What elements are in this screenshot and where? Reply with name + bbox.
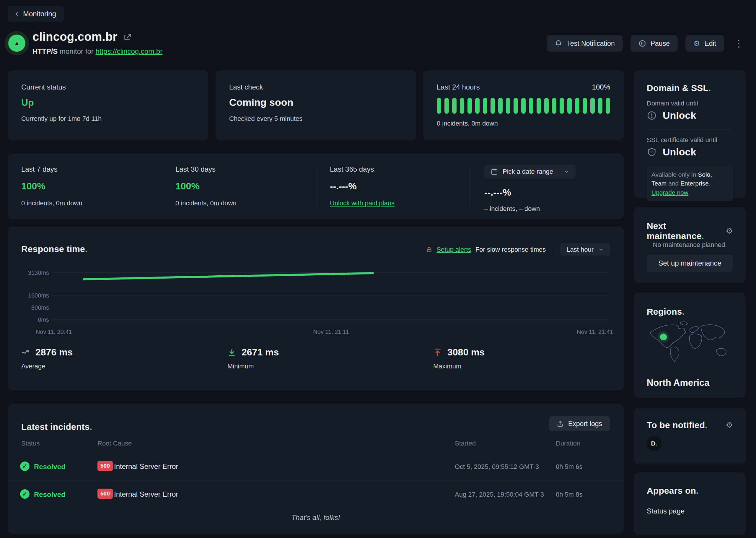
setup-maintenance-button[interactable]: Set up maintenance [647,255,733,272]
uptime-30d-label: Last 30 days [176,165,236,173]
external-link-icon[interactable] [124,33,132,41]
ytick-3130: 3130ms [18,269,49,276]
test-notification-button[interactable]: Test Notification [547,35,623,52]
chevron-left-icon: ‹ [15,9,18,18]
uptime-hour-bar [483,98,487,114]
status-code-badge: 500 [97,489,113,499]
maximum-icon [433,348,442,357]
unlock-paid-plans-link[interactable]: Unlock with paid plans [330,199,394,207]
uptime-365d-label: Last 365 days [330,165,394,173]
uptime-hour-bar [590,98,595,114]
shield-question-icon: ? [647,147,657,157]
col-started: Started [455,440,476,447]
world-map [647,319,733,363]
test-notification-label: Test Notification [567,40,615,48]
incident-started: Oct 5, 2025, 09:55:12 GMT-3 [455,463,539,471]
incident-started: Aug 27, 2025, 19:50:04 GMT-3 [455,491,544,498]
appears-on-card: Appears on. Status page [634,472,746,535]
uptime-30d-note: 0 incidents, 0m down [176,199,236,207]
average-icon [21,348,30,357]
last-check-value: Coming soon [229,97,293,108]
last-check-label: Last check [229,83,263,91]
back-to-monitoring-button[interactable]: ‹ Monitoring [8,6,64,22]
uptime-hour-bar [583,98,587,114]
date-range-picker[interactable]: Pick a date range [484,165,576,179]
incident-duration: 0h 5m 8s [556,491,583,498]
uptime-hour-bar [506,98,510,114]
uptime-7d-value: 100% [21,181,82,192]
lock-icon [426,246,432,253]
uptime-hour-bar [468,98,472,114]
uptime-hour-bar [498,98,503,114]
to-be-notified-card: To be notified. ⚙ D. [634,408,746,464]
resolved-check-icon: ✓ [20,461,29,471]
divider [647,129,733,130]
uptime-hour-bar [452,98,457,114]
chevron-down-icon [598,247,604,252]
response-time-card: Response time. Setup alerts For slow res… [8,226,624,391]
average-label: Average [21,362,73,370]
status-page-link[interactable]: Status page [647,507,733,515]
pause-label: Pause [651,40,670,48]
monitor-url-link[interactable]: https://clincog.com.br [95,47,162,55]
chevron-down-icon [564,169,569,175]
upgrade-now-link[interactable]: Upgrade now [651,189,688,196]
up-status-icon: ▲ [8,34,25,52]
response-line-series [84,273,373,280]
response-time-title: Response time. [21,244,88,254]
xtick-mid: Nov 11, 21:11 [313,329,349,335]
latest-incidents-card: Latest incidents. Export logs Status Roo… [8,404,624,534]
pause-button[interactable]: Pause [630,35,678,52]
uptime-hour-bar [552,98,556,114]
edit-label: Edit [704,40,716,48]
setup-alerts-link[interactable]: Setup alerts [436,246,471,253]
uptime-hour-bar [567,98,572,114]
uptime-hour-bar [444,98,449,114]
last-24-hours-card: Last 24 hours 100% 0 incidents, 0m down [423,70,624,141]
domain-ssl-card: Domain & SSL. Domain valid until Unlock … [634,70,746,198]
ssl-unlock[interactable]: ? Unlock [647,146,733,158]
uptime-hour-bar [514,98,518,114]
uptime-hour-bar [490,98,495,114]
notified-settings-gear-icon[interactable]: ⚙ [726,421,733,429]
col-duration: Duration [556,440,580,447]
divider [429,346,429,376]
regions-card: Regions. North America [634,293,746,398]
time-range-dropdown[interactable]: Last hour [560,243,610,256]
export-logs-button[interactable]: Export logs [549,416,610,431]
uptime-hour-bar [529,98,533,114]
uptime-hour-bar [598,98,602,114]
incident-cause: Internal Server Error [114,462,178,471]
uptime-ranges-card: Last 7 days 100% 0 incidents, 0m down La… [8,153,624,219]
pause-circle-icon [638,40,646,47]
edit-button[interactable]: ⚙ Edit [685,35,724,52]
uptime-hour-bar [475,98,479,114]
ytick-800: 800ms [18,304,49,311]
domain-unlock[interactable]: Unlock [647,110,733,121]
appears-on-title: Appears on. [647,486,699,496]
incident-row[interactable]: ✓ Resolved 500 Internal Server Error Aug… [8,480,624,508]
export-logs-label: Export logs [568,420,602,428]
incident-row[interactable]: ✓ Resolved 500 Internal Server Error Oct… [8,452,624,480]
last-check-card: Last check Coming soon Checked every 5 m… [216,70,416,141]
more-options-kebab-menu[interactable]: ⋮ [732,38,746,49]
average-value: 2876 ms [35,347,73,358]
status-code-badge: 500 [97,461,113,471]
minimum-label: Minimum [227,362,279,370]
ssl-valid-label: SSL certificate valid until [647,136,733,144]
region-marker-dot [660,334,667,340]
col-status: Status [21,440,40,447]
setup-alerts-text: For slow response times [476,246,546,253]
current-status-label: Current status [21,83,66,91]
next-maintenance-title: Next maintenance. [647,221,726,241]
calendar-icon [491,168,498,175]
incident-status: Resolved [34,490,66,499]
svg-text:?: ? [651,150,653,154]
notified-avatar[interactable]: D. [647,436,662,451]
current-status-value: Up [21,97,34,108]
maintenance-settings-gear-icon[interactable]: ⚙ [726,227,733,235]
end-of-list-text: That's all, folks! [8,513,624,522]
date-range-label: Pick a date range [503,168,553,176]
bell-icon [555,40,562,47]
latest-incidents-title: Latest incidents. [21,422,92,432]
